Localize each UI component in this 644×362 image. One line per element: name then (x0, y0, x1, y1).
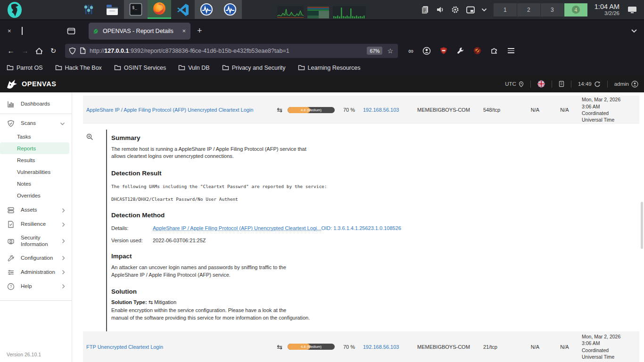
tab-title: OPENVAS - Report Details (103, 28, 177, 34)
show-desktop-icon[interactable] (627, 6, 637, 14)
bookmark-folder-learning-resources[interactable]: Learning Resources (298, 65, 361, 71)
site-info-page-icon[interactable] (80, 47, 86, 54)
workspace-label: 4 (572, 6, 580, 14)
parrot-os-logo-icon[interactable] (5, 0, 24, 19)
page-scrollbar-thumb[interactable] (641, 202, 643, 249)
system-monitor-2-app-icon[interactable] (218, 0, 242, 19)
url-bar[interactable]: http://127.0.0.1:9392/report/c8738836-f6… (65, 44, 398, 58)
list-all-tabs-chevron-icon[interactable] (631, 29, 637, 33)
browser-navbar: ← → ↻ http://127.0.0.1:9392/report/c8738… (0, 41, 644, 60)
sidebar-item-overrides[interactable]: Overrides (0, 189, 72, 201)
terminal-app-icon[interactable]: $_ (124, 0, 148, 19)
sidebar-item-notes[interactable]: Notes (0, 178, 72, 189)
os-taskbar: $_ (0, 0, 644, 20)
refresh-timer[interactable]: 14:49 (578, 81, 601, 87)
workspace-1-button[interactable]: 1 (494, 3, 517, 16)
display-icon[interactable] (466, 6, 475, 14)
tray-chevron-down-icon[interactable] (481, 8, 487, 12)
sidebar-item-security-information[interactable]: Security Information (0, 231, 72, 251)
openvas-brand[interactable]: OPENVAS (6, 78, 56, 90)
magnifier-details-icon[interactable] (86, 133, 93, 140)
privacy-mask-icon[interactable]: ∞ (408, 47, 413, 55)
details-nvt-link[interactable]: AppleShare IP / Apple Filing Protocol (A… (153, 225, 321, 231)
vscode-app-icon[interactable] (171, 0, 195, 19)
browser-tab[interactable]: OPENVAS - Report Details × (89, 23, 190, 40)
severity-label: 4.8 (Medium) (288, 344, 335, 350)
window-maximize-icon[interactable] (22, 27, 23, 35)
sidebar-item-assets[interactable]: Assets (0, 203, 72, 217)
sidebar-item-results[interactable]: Results (0, 154, 72, 166)
gear-icon[interactable] (451, 5, 460, 14)
language-flag-icon[interactable] (537, 80, 545, 88)
sidebar-item-tasks[interactable]: Tasks (0, 131, 72, 142)
workspace-2-button[interactable]: 2 (517, 3, 540, 16)
host-ip-link[interactable]: 192.168.56.103 (363, 107, 417, 113)
sidebar-item-dashboards[interactable]: Dashboards (0, 97, 72, 111)
sidebar-item-resilience[interactable]: Resilience (0, 217, 72, 231)
file-manager-app-icon[interactable] (100, 0, 124, 19)
menu-hamburger-icon[interactable] (508, 48, 514, 53)
volume-icon[interactable] (436, 5, 445, 14)
sidebar-item-scans[interactable]: Scans (0, 116, 72, 131)
impact-title: Impact (111, 253, 639, 260)
brand-name: OPENVAS (22, 80, 56, 88)
folder-icon (7, 65, 14, 71)
chevron-right-icon (62, 255, 65, 261)
version-used-label: Version used: (111, 238, 153, 243)
sidebar-item-administration[interactable]: Administration (0, 265, 72, 280)
manual-icon[interactable] (559, 81, 564, 87)
new-tab-button[interactable]: + (197, 26, 202, 36)
forward-button[interactable]: → (18, 47, 32, 55)
extensions-puzzle-icon[interactable] (490, 47, 498, 55)
bookmark-folder-parrot-os[interactable]: Parrot OS (7, 65, 43, 71)
firefox-view-icon[interactable] (67, 27, 75, 35)
workspace-4-button[interactable]: 4 (564, 3, 587, 16)
sidebar-item-label: Security Information (21, 235, 50, 248)
detail-body: Summary The remote host is running a App… (106, 130, 639, 331)
qod-value: 70 % (343, 107, 363, 113)
sidebar-item-reports[interactable]: Reports (0, 142, 69, 154)
bookmark-folder-hack-the-box[interactable]: Hack The Box (55, 65, 102, 71)
system-tray (421, 5, 487, 14)
ublock-origin-icon[interactable] (440, 47, 447, 55)
memory-graph (307, 6, 329, 18)
result-name-link[interactable]: AppleShare IP / Apple Filing Protocol (A… (86, 107, 272, 113)
shield-permissions-icon[interactable] (69, 47, 76, 55)
network-history-graph (333, 6, 366, 18)
result-name-link[interactable]: FTP Unencrypted Cleartext Login (86, 344, 272, 350)
blocked-site-icon[interactable] (473, 47, 481, 55)
reload-button[interactable]: ↻ (46, 47, 60, 55)
clipboard-notes-icon[interactable] (421, 5, 429, 14)
bookmark-folder-osint-services[interactable]: OSINT Services (114, 65, 166, 71)
url-prefix: http:// (90, 48, 104, 54)
account-icon[interactable] (422, 47, 431, 55)
tab-close-icon[interactable]: × (181, 27, 187, 34)
url-text[interactable]: http://127.0.0.1:9392/report/c8738836-f6… (90, 48, 363, 54)
header-separator (530, 81, 531, 88)
zoom-level-badge[interactable]: 67% (367, 47, 382, 55)
bookmark-folder-vuln-db[interactable]: Vuln DB (178, 65, 209, 71)
bookmark-star-icon[interactable]: ☆ (386, 47, 394, 55)
window-close-icon[interactable]: × (8, 27, 11, 34)
taskbar-clock[interactable]: 1:04 AM 3/2/26 (594, 3, 619, 17)
user-menu[interactable]: admin (614, 81, 638, 88)
timezone-selector[interactable]: UTC (505, 81, 524, 87)
sidebar-item-help[interactable]: ? Help (0, 280, 72, 294)
workspace-3-button[interactable]: 3 (541, 3, 564, 16)
sidebar-item-vulnerabilities[interactable]: Vulnerabilities (0, 166, 72, 178)
sidebar-item-configuration[interactable]: Configuration (0, 251, 72, 265)
url-host: 127.0.0.1 (104, 48, 129, 54)
bookmark-folder-privacy-and-security[interactable]: Privacy and Security (222, 65, 286, 71)
created-value: N/A (521, 107, 549, 113)
system-monitor-app-icon[interactable] (195, 0, 218, 19)
mitigation-icon: ⇆ (149, 299, 153, 305)
created-value: N/A (521, 344, 549, 350)
home-button[interactable] (32, 47, 46, 55)
firefox-app-icon[interactable] (148, 0, 171, 19)
back-button[interactable]: ← (4, 47, 18, 55)
settings-sliders-app-icon[interactable] (77, 0, 100, 19)
header-separator (607, 81, 608, 88)
qod-value: 70 % (343, 344, 363, 350)
host-ip-link[interactable]: 192.168.56.103 (363, 344, 417, 350)
wrench-extension-icon[interactable] (456, 47, 464, 55)
